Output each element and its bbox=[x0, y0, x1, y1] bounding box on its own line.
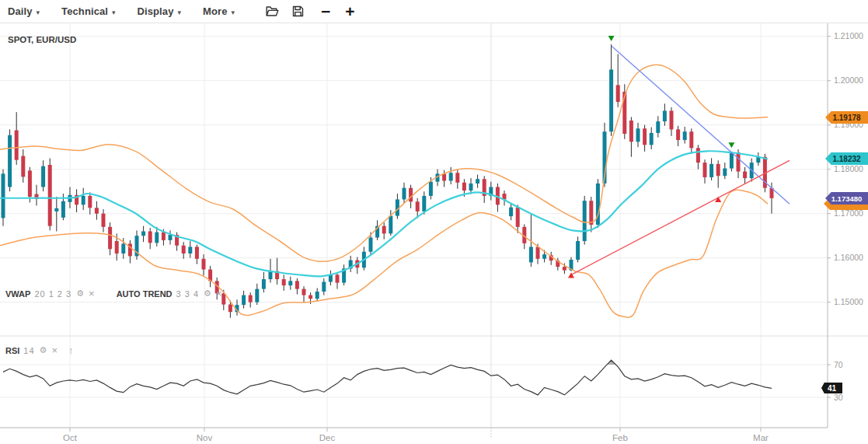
month-axis-label: Feb bbox=[612, 433, 628, 442]
gear-icon[interactable]: ⚙ bbox=[204, 288, 211, 299]
candle-body bbox=[576, 241, 580, 260]
candle-body bbox=[416, 201, 420, 212]
candle-body bbox=[242, 295, 246, 306]
candle-body bbox=[315, 292, 319, 299]
open-folder-icon[interactable] bbox=[266, 5, 279, 17]
candle-body bbox=[195, 246, 199, 258]
month-axis-label: Oct bbox=[63, 433, 78, 442]
candle-body bbox=[115, 241, 119, 253]
rsi-line bbox=[3, 360, 772, 395]
candle-body bbox=[28, 170, 32, 197]
sell-signal-icon bbox=[608, 36, 615, 41]
candle-body bbox=[121, 243, 125, 253]
zoom-in-icon[interactable]: + bbox=[343, 3, 357, 19]
month-axis-label: Nov bbox=[197, 433, 213, 442]
charting-app: Daily ▾ Technical ▾ Display ▾ More ▾ bbox=[0, 0, 868, 444]
close-icon[interactable]: × bbox=[216, 289, 222, 298]
candle-body bbox=[737, 152, 741, 172]
move-panel-up-icon[interactable]: ↑ bbox=[68, 344, 74, 356]
gear-icon[interactable]: ⚙ bbox=[76, 288, 84, 299]
vwap-badge: 1.18232 bbox=[825, 152, 868, 165]
candle-body bbox=[716, 164, 720, 176]
candle-body bbox=[429, 182, 433, 196]
candle-body bbox=[2, 173, 5, 218]
candle-body bbox=[162, 232, 166, 240]
rsi-indicator-label: RSI bbox=[5, 346, 19, 355]
candle-body bbox=[409, 188, 413, 202]
candle-body bbox=[95, 208, 99, 213]
sell-signal-icon bbox=[728, 142, 734, 148]
candle-body bbox=[21, 156, 25, 177]
candle-body bbox=[41, 166, 45, 187]
candle-body bbox=[182, 246, 186, 253]
candle-body bbox=[643, 128, 647, 145]
candle-body bbox=[302, 289, 306, 295]
rsi-value-badge: 41 bbox=[821, 383, 842, 393]
candle-body bbox=[629, 121, 633, 142]
candle-body bbox=[689, 131, 693, 148]
gridlines bbox=[0, 23, 828, 428]
candle-body bbox=[148, 232, 152, 243]
candle-body bbox=[336, 274, 340, 282]
candle-body bbox=[703, 163, 707, 177]
candle-body bbox=[670, 110, 674, 129]
candle-body bbox=[743, 172, 747, 179]
candle-body bbox=[449, 173, 453, 180]
chevron-down-icon: ▾ bbox=[178, 7, 182, 16]
candle-body bbox=[583, 201, 587, 241]
candle-body bbox=[542, 254, 546, 259]
menu-more[interactable]: More ▾ bbox=[203, 5, 235, 17]
candle-body bbox=[15, 131, 19, 160]
candle-body bbox=[656, 121, 660, 133]
candle-body bbox=[422, 196, 426, 212]
close-icon[interactable]: × bbox=[51, 346, 58, 355]
price-axis-label: 1.21000 bbox=[834, 31, 863, 40]
rsi-legend-row: RSI 14 ⚙ × ↑ bbox=[5, 344, 78, 356]
candle-body bbox=[141, 232, 145, 236]
rsi-panel bbox=[0, 336, 868, 395]
save-icon[interactable] bbox=[292, 5, 304, 17]
rsi-indicator-params: 14 bbox=[23, 346, 34, 355]
candle-body bbox=[202, 259, 206, 270]
candle-body bbox=[516, 208, 520, 227]
candle-body bbox=[462, 183, 466, 191]
candle-body bbox=[650, 133, 654, 145]
menu-display[interactable]: Display ▾ bbox=[138, 5, 181, 17]
chart-surface[interactable]: 1.210001.200001.190001.180001.170001.160… bbox=[0, 23, 868, 444]
menu-timeframe[interactable]: Daily ▾ bbox=[8, 5, 40, 17]
candle-body bbox=[403, 188, 406, 200]
chevron-down-icon: ▾ bbox=[37, 7, 40, 16]
candle-body bbox=[455, 173, 459, 183]
candle-body bbox=[529, 246, 533, 262]
candle-body bbox=[54, 208, 58, 212]
candle-body bbox=[155, 232, 159, 243]
gear-icon[interactable]: ⚙ bbox=[40, 345, 47, 355]
candle-body bbox=[48, 165, 52, 226]
upper-band-badge: 1.19178 bbox=[825, 111, 868, 124]
candle-body bbox=[188, 246, 192, 253]
close-icon[interactable]: × bbox=[89, 289, 95, 298]
candle-body bbox=[723, 169, 727, 177]
menu-technical[interactable]: Technical ▾ bbox=[61, 5, 115, 17]
menu-technical-label: Technical bbox=[61, 5, 108, 17]
candle-body bbox=[269, 271, 273, 279]
candle-body bbox=[609, 69, 613, 131]
menu-display-label: Display bbox=[138, 5, 174, 17]
candle-body bbox=[108, 227, 112, 250]
candle-body bbox=[663, 110, 667, 121]
price-axis-label: 1.17000 bbox=[834, 208, 863, 218]
candlesticks bbox=[2, 44, 774, 318]
candle-body bbox=[228, 305, 232, 313]
candle-body bbox=[509, 208, 513, 216]
zoom-out-icon[interactable]: − bbox=[319, 3, 333, 19]
chevron-down-icon: ▾ bbox=[112, 7, 116, 16]
candle-body bbox=[255, 289, 259, 302]
candle-body bbox=[563, 267, 566, 271]
candle-body bbox=[683, 131, 687, 140]
candle-body bbox=[696, 148, 700, 163]
last-price-badge: 1.173480 bbox=[825, 192, 868, 205]
symbol-label: SPOT, EUR/USD bbox=[8, 35, 76, 44]
candle-body bbox=[282, 279, 286, 285]
price-axis-label: 1.16000 bbox=[834, 253, 863, 262]
price-axis-label: 1.15000 bbox=[834, 297, 863, 306]
